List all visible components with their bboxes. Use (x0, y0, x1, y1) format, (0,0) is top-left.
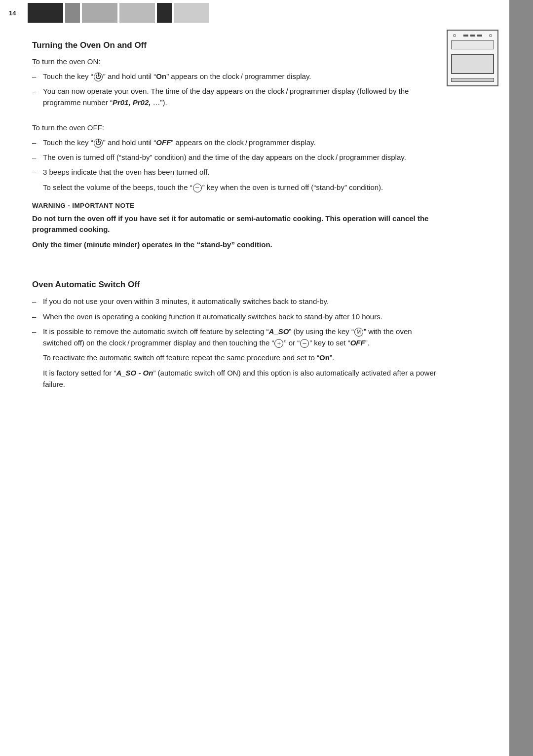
off-dash-2: – (32, 151, 43, 163)
on-bullet-1: – Touch the key “” and hold until “On” a… (32, 71, 439, 82)
bullet-dash-1: – (32, 71, 43, 82)
warning-title: WARNING - IMPORTANT NOTE (32, 202, 439, 209)
color-blocks (26, 0, 533, 26)
m-symbol-1 (354, 328, 363, 337)
off-bullet-3: – 3 beeps indicate that the oven has bee… (32, 166, 439, 178)
on-bullet-2: – You can now operate your oven. The tim… (32, 85, 439, 109)
oven-top-row (451, 34, 494, 37)
section1-title: Turning the Oven On and Off (32, 40, 439, 50)
reactivate-text: To reactivate the automatic switch off f… (32, 352, 439, 363)
block-4 (119, 3, 155, 23)
oven-display (451, 40, 494, 49)
power-symbol-2 (94, 139, 103, 148)
section-turning-on-off: Turning the Oven On and Off To turn the … (32, 40, 439, 250)
auto-bullet-1: – If you do not use your oven within 3 m… (32, 296, 439, 307)
auto-dash-3: – (32, 326, 43, 349)
auto-bullet-3-text: It is possible to remove the automatic s… (43, 326, 439, 349)
factory-text: It is factory setted for “A_SO - On” (au… (32, 367, 439, 390)
section-auto-switch-off: Oven Automatic Switch Off – If you do no… (32, 280, 439, 390)
power-symbol-1 (94, 73, 103, 81)
off-intro: To turn the oven OFF: (32, 122, 439, 134)
auto-bullet-2: – When the oven is operating a cooking f… (32, 311, 439, 322)
plus-symbol-1 (274, 339, 283, 348)
dash-3 (477, 35, 482, 37)
minus-symbol-1 (193, 184, 202, 192)
on-bullet-2-text: You can now operate your oven. The time … (43, 85, 439, 109)
main-content: Turning the Oven On and Off To turn the … (0, 26, 474, 413)
oven-dot-left (453, 34, 456, 37)
oven-dot-right (489, 34, 492, 37)
off-dash-1: – (32, 137, 43, 148)
auto-bullet-2-text: When the oven is operating a cooking fun… (43, 311, 439, 322)
auto-bullet-3: – It is possible to remove the automatic… (32, 326, 439, 349)
dash-1 (463, 35, 468, 37)
block-5 (157, 3, 172, 23)
spacer-1 (32, 112, 439, 122)
auto-dash-2: – (32, 311, 43, 322)
warning-line2: Only the timer (minute minder) operates … (32, 239, 439, 251)
block-6 (174, 3, 209, 23)
indent-beeps-text: To select the volume of the beeps, touch… (32, 182, 439, 193)
block-3 (82, 3, 117, 23)
block-2 (65, 3, 80, 23)
off-bullet-1: – Touch the key “” and hold until “OFF” … (32, 137, 439, 148)
page-number: 14 (0, 0, 26, 26)
bullet-dash-2: – (32, 85, 43, 109)
minus-symbol-2 (300, 339, 309, 348)
oven-door (451, 54, 494, 74)
off-bullet-1-text: Touch the key “” and hold until “OFF” ap… (43, 137, 439, 148)
off-bullet-2: – The oven is turned off (“stand-by” con… (32, 151, 439, 163)
oven-bottom-bar (451, 78, 494, 82)
block-1 (28, 3, 63, 23)
on-intro: To turn the oven ON: (32, 56, 439, 68)
on-bullet-1-text: Touch the key “” and hold until “On” app… (43, 71, 439, 82)
warning-line1: Do not turn the oven off if you have set… (32, 213, 439, 235)
off-bullet-3-text: 3 beeps indicate that the oven has been … (43, 166, 439, 178)
right-sidebar-bar (509, 0, 533, 756)
off-dash-3: – (32, 166, 43, 178)
top-bar: 14 (0, 0, 533, 26)
auto-bullet-1-text: If you do not use your oven within 3 min… (43, 296, 439, 307)
oven-dashes (463, 35, 482, 37)
off-bullet-2-text: The oven is turned off (“stand-by” condi… (43, 151, 439, 163)
oven-diagram (447, 30, 498, 86)
dash-2 (470, 35, 475, 37)
warning-block: WARNING - IMPORTANT NOTE Do not turn the… (32, 202, 439, 251)
section2-title: Oven Automatic Switch Off (32, 280, 439, 290)
auto-dash-1: – (32, 296, 43, 307)
